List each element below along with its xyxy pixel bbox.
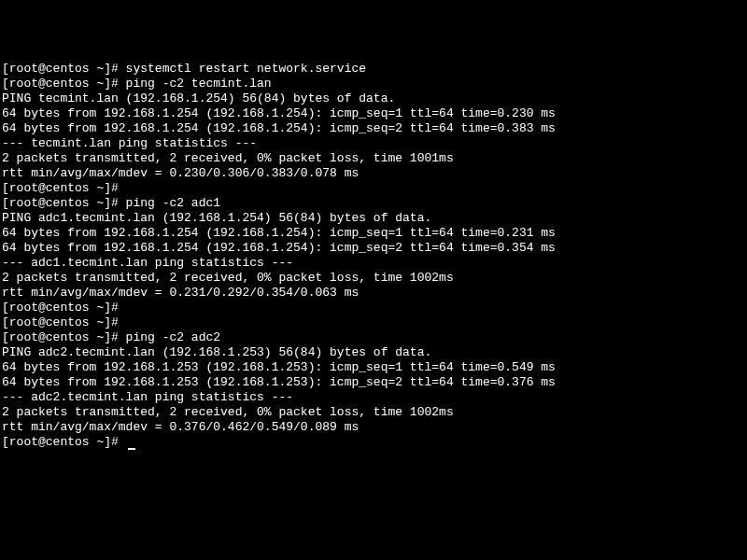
terminal-line: --- adc1.tecmint.lan ping statistics --- — [2, 256, 745, 271]
terminal-line: [root@centos ~]# ping -c2 adc1 — [2, 196, 745, 211]
terminal-line: 64 bytes from 192.168.1.253 (192.168.1.2… — [2, 360, 745, 375]
terminal-line: [root@centos ~]# — [2, 181, 745, 196]
terminal-line: 64 bytes from 192.168.1.253 (192.168.1.2… — [2, 375, 745, 390]
terminal-line: --- adc2.tecmint.lan ping statistics --- — [2, 390, 745, 405]
terminal-line: [root@centos ~]# ping -c2 tecmint.lan — [2, 77, 745, 91]
terminal-line: 2 packets transmitted, 2 received, 0% pa… — [2, 271, 745, 286]
terminal-line: 2 packets transmitted, 2 received, 0% pa… — [2, 405, 745, 420]
terminal-line: PING adc2.tecmint.lan (192.168.1.253) 56… — [2, 345, 745, 360]
terminal-line: [root@centos ~]# — [2, 301, 745, 315]
terminal-line: PING tecmint.lan (192.168.1.254) 56(84) … — [2, 91, 745, 106]
terminal-line: 64 bytes from 192.168.1.254 (192.168.1.2… — [2, 241, 745, 256]
terminal-line: [root@centos ~]# — [2, 435, 745, 450]
terminal-line: --- tecmint.lan ping statistics --- — [2, 136, 745, 151]
terminal[interactable]: [root@centos ~]# systemctl restart netwo… — [2, 62, 745, 450]
terminal-line: [root@centos ~]# — [2, 315, 745, 330]
cursor — [128, 448, 135, 450]
terminal-line: PING adc1.tecmint.lan (192.168.1.254) 56… — [2, 211, 745, 226]
terminal-line: 64 bytes from 192.168.1.254 (192.168.1.2… — [2, 106, 745, 121]
terminal-line: 64 bytes from 192.168.1.254 (192.168.1.2… — [2, 226, 745, 241]
terminal-line: 64 bytes from 192.168.1.254 (192.168.1.2… — [2, 121, 745, 136]
terminal-line: rtt min/avg/max/mdev = 0.376/0.462/0.549… — [2, 420, 745, 435]
terminal-line: [root@centos ~]# ping -c2 adc2 — [2, 330, 745, 345]
terminal-line: [root@centos ~]# systemctl restart netwo… — [2, 62, 745, 77]
terminal-line: rtt min/avg/max/mdev = 0.231/0.292/0.354… — [2, 286, 745, 301]
terminal-line: 2 packets transmitted, 2 received, 0% pa… — [2, 151, 745, 166]
terminal-line: rtt min/avg/max/mdev = 0.230/0.306/0.383… — [2, 166, 745, 181]
